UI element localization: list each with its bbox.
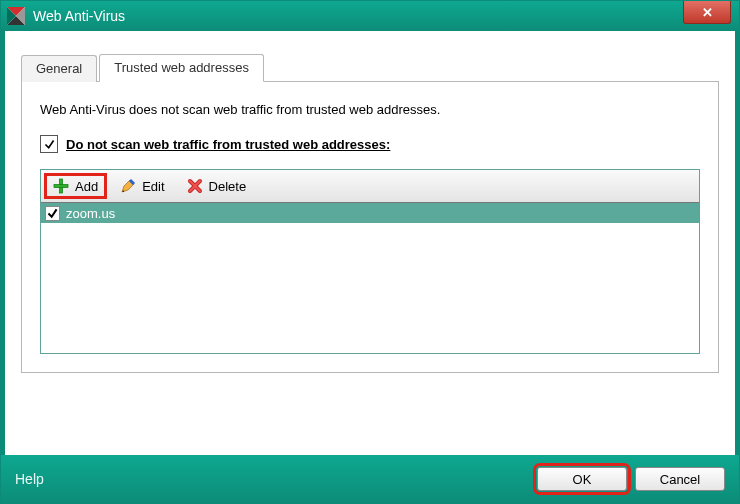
do-not-scan-row: Do not scan web traffic from trusted web… — [40, 135, 700, 153]
web-antivirus-window: Web Anti-Virus ✕ General Trusted web add… — [0, 0, 740, 504]
app-icon — [7, 7, 25, 25]
help-link[interactable]: Help — [15, 471, 44, 487]
edit-button[interactable]: Edit — [114, 176, 170, 196]
ok-button[interactable]: OK — [537, 467, 627, 491]
delete-x-icon — [187, 178, 203, 194]
tab-strip: General Trusted web addresses — [21, 53, 719, 82]
list-toolbar: Add Edit — [41, 170, 699, 203]
do-not-scan-label: Do not scan web traffic from trusted web… — [66, 137, 390, 152]
plus-icon — [53, 178, 69, 194]
close-button[interactable]: ✕ — [683, 1, 731, 24]
trusted-list: Add Edit — [40, 169, 700, 354]
window-title: Web Anti-Virus — [33, 8, 125, 24]
tab-general[interactable]: General — [21, 55, 97, 82]
tab-trusted-web-addresses[interactable]: Trusted web addresses — [99, 54, 264, 82]
trusted-panel: Web Anti-Virus does not scan web traffic… — [21, 82, 719, 373]
svg-rect-6 — [54, 185, 68, 188]
edit-label: Edit — [142, 179, 164, 194]
content-area: General Trusted web addresses Web Anti-V… — [5, 31, 735, 455]
add-button[interactable]: Add — [47, 176, 104, 196]
check-icon — [43, 138, 56, 151]
cancel-button[interactable]: Cancel — [635, 467, 725, 491]
delete-button[interactable]: Delete — [181, 176, 253, 196]
list-body[interactable]: zoom.us — [41, 203, 699, 353]
pencil-icon — [120, 178, 136, 194]
list-item[interactable]: zoom.us — [41, 203, 699, 223]
titlebar: Web Anti-Virus ✕ — [1, 1, 739, 31]
panel-description: Web Anti-Virus does not scan web traffic… — [40, 102, 700, 117]
footer: Help OK Cancel — [1, 455, 739, 503]
delete-label: Delete — [209, 179, 247, 194]
do-not-scan-checkbox[interactable] — [40, 135, 58, 153]
close-icon: ✕ — [702, 5, 713, 20]
list-item-checkbox[interactable] — [45, 206, 60, 221]
add-label: Add — [75, 179, 98, 194]
list-item-label: zoom.us — [66, 206, 115, 221]
check-icon — [46, 207, 59, 220]
